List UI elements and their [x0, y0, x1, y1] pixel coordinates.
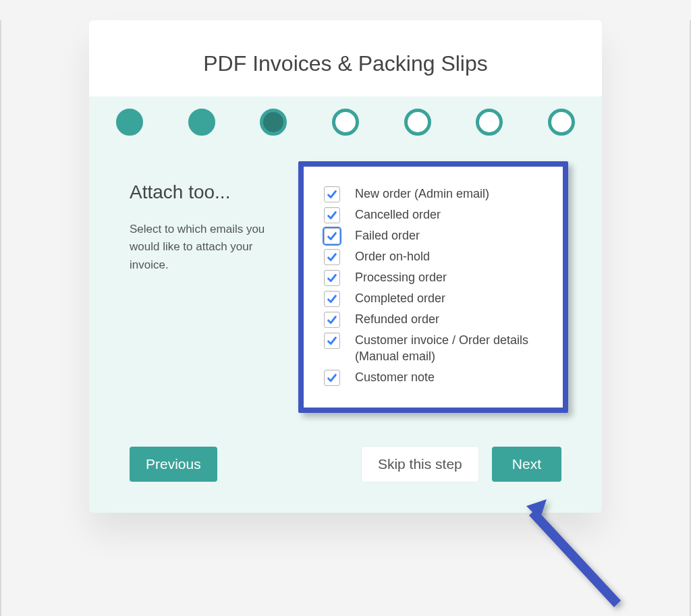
skip-button[interactable]: Skip this step	[362, 447, 478, 482]
step-dot-5[interactable]	[404, 109, 431, 136]
option-label: Cancelled order	[355, 206, 441, 223]
option-row: Order on-hold	[324, 248, 547, 265]
wizard-card: PDF Invoices & Packing Slips Attach too.…	[89, 20, 602, 513]
step-dot-7[interactable]	[548, 109, 575, 136]
next-button[interactable]: Next	[492, 447, 561, 482]
options-highlight-box: New order (Admin email)Cancelled orderFa…	[298, 161, 568, 413]
annotation-arrow-icon	[520, 499, 628, 607]
step-dot-6[interactable]	[476, 109, 503, 136]
option-checkbox[interactable]	[324, 370, 340, 386]
wizard-stepper	[89, 96, 602, 148]
option-row: Processing order	[324, 269, 547, 286]
option-label: Customer invoice / Order details (Manual…	[355, 332, 547, 365]
option-checkbox[interactable]	[324, 291, 340, 307]
option-label: Customer note	[355, 369, 435, 385]
option-row: Customer note	[324, 369, 547, 386]
option-row: Customer invoice / Order details (Manual…	[324, 332, 547, 365]
option-checkbox[interactable]	[324, 270, 340, 286]
wizard-title: PDF Invoices & Packing Slips	[103, 51, 588, 76]
option-checkbox[interactable]	[324, 312, 340, 328]
option-row: Cancelled order	[324, 206, 547, 223]
step-dot-3[interactable]	[260, 109, 287, 136]
option-row: Completed order	[324, 290, 547, 307]
option-checkbox[interactable]	[324, 207, 340, 223]
previous-button[interactable]: Previous	[130, 447, 217, 482]
step-dot-4[interactable]	[332, 109, 359, 136]
option-label: Refunded order	[355, 311, 439, 327]
option-checkbox[interactable]	[324, 228, 340, 244]
option-label: Order on-hold	[355, 248, 430, 264]
wizard-body: Attach too... Select to which emails you…	[89, 148, 602, 426]
section-description: Select to which emails you would like to…	[130, 221, 285, 274]
option-checkbox[interactable]	[324, 333, 340, 349]
option-label: Processing order	[355, 269, 447, 285]
option-checkbox[interactable]	[324, 249, 340, 265]
wizard-footer: Previous Skip this step Next	[89, 426, 602, 513]
wizard-header: PDF Invoices & Packing Slips	[89, 20, 602, 96]
option-checkbox[interactable]	[324, 186, 340, 202]
option-label: Completed order	[355, 290, 445, 306]
wizard-left-column: Attach too... Select to which emails you…	[130, 181, 285, 413]
svg-marker-1	[529, 509, 621, 607]
option-row: Refunded order	[324, 311, 547, 328]
option-label: Failed order	[355, 227, 420, 244]
option-row: Failed order	[324, 227, 547, 244]
option-row: New order (Admin email)	[324, 186, 547, 202]
step-dot-1[interactable]	[116, 109, 143, 136]
section-heading: Attach too...	[130, 181, 285, 203]
page-frame: PDF Invoices & Packing Slips Attach too.…	[0, 20, 691, 616]
wizard-right-column: New order (Admin email)Cancelled orderFa…	[305, 181, 561, 413]
option-label: New order (Admin email)	[355, 186, 489, 202]
step-dot-2[interactable]	[188, 109, 215, 136]
